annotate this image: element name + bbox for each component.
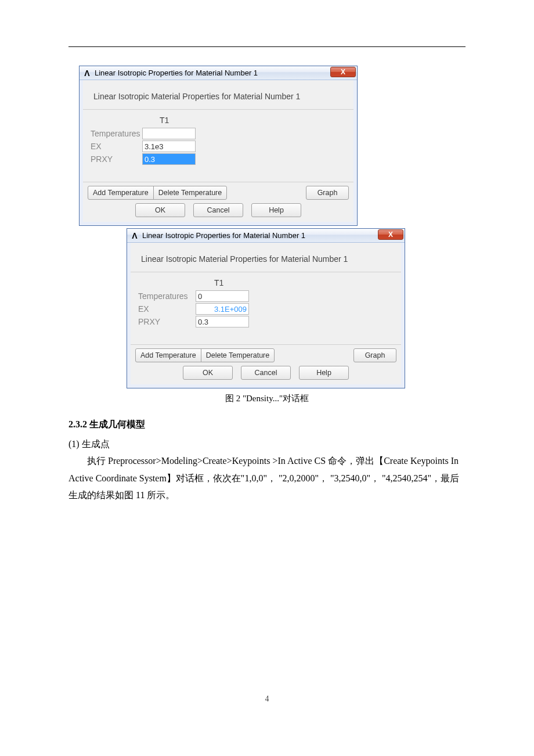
ok-button[interactable]: OK [183, 366, 233, 380]
close-button[interactable]: X [378, 229, 403, 240]
section-paragraph: 执行 Preprocessor>Modeling>Create>Keypoint… [68, 452, 466, 504]
input-temperatures[interactable] [142, 128, 196, 139]
titlebar: Λ Linear Isotropic Properties for Materi… [80, 66, 357, 80]
input-temperatures[interactable]: 0 [196, 290, 249, 302]
dialog-header: Linear Isotropic Material Properties for… [83, 80, 353, 109]
row-temperatures: Temperatures 0 [138, 290, 394, 303]
input-prxy[interactable]: 0.3 [142, 153, 196, 165]
figure-caption: 图 2 "Density..."对话框 [68, 393, 466, 404]
close-button[interactable]: X [330, 67, 356, 77]
row-temperatures: Temperatures [90, 127, 347, 140]
help-button[interactable]: Help [251, 203, 301, 217]
app-icon: Λ [83, 69, 91, 77]
row-prxy: PRXY 0.3 [138, 315, 394, 328]
label-ex: EX [138, 304, 196, 314]
column-header: T1 [90, 114, 347, 127]
add-temperature-button[interactable]: Add Temperature [88, 186, 154, 200]
graph-button[interactable]: Graph [353, 348, 396, 362]
label-temperatures: Temperatures [138, 291, 196, 301]
cancel-button[interactable]: Cancel [241, 366, 291, 380]
window-title: Linear Isotropic Properties for Material… [95, 69, 258, 77]
data-grid: T1 Temperatures 0 EX 3.1E+009 PRXY 0.3 [131, 272, 401, 345]
column-header: T1 [138, 277, 394, 290]
material-dialog-1: Λ Linear Isotropic Properties for Materi… [79, 66, 358, 226]
add-temperature-button[interactable]: Add Temperature [135, 348, 201, 362]
graph-button[interactable]: Graph [306, 186, 349, 200]
data-grid: T1 Temperatures EX 3.1e3 PRXY 0.3 [83, 109, 353, 182]
titlebar: Λ Linear Isotropic Properties for Materi… [127, 229, 405, 243]
label-prxy: PRXY [138, 317, 196, 326]
row-ex: EX 3.1E+009 [138, 303, 394, 315]
delete-temperature-button[interactable]: Delete Temperature [201, 348, 275, 362]
label-prxy: PRXY [90, 154, 142, 164]
delete-temperature-button[interactable]: Delete Temperature [153, 186, 228, 200]
label-temperatures: Temperatures [90, 129, 142, 138]
page-number: 4 [0, 694, 534, 704]
row-prxy: PRXY 0.3 [90, 153, 347, 165]
section-item-1: (1) 生成点 [68, 435, 466, 453]
help-button[interactable]: Help [299, 366, 349, 380]
row-ex: EX 3.1e3 [90, 140, 347, 153]
input-ex[interactable]: 3.1E+009 [196, 303, 249, 315]
close-icon: X [341, 68, 345, 76]
label-ex: EX [90, 142, 142, 151]
cancel-button[interactable]: Cancel [193, 203, 243, 217]
dialog-header: Linear Isotropic Material Properties for… [131, 243, 401, 272]
input-ex[interactable]: 3.1e3 [142, 141, 196, 152]
input-prxy[interactable]: 0.3 [196, 316, 249, 327]
ok-button[interactable]: OK [135, 203, 185, 217]
app-icon: Λ [131, 232, 139, 240]
material-dialog-2: Λ Linear Isotropic Properties for Materi… [127, 228, 405, 388]
section-heading: 2.3.2 生成几何模型 [68, 416, 466, 433]
window-title: Linear Isotropic Properties for Material… [142, 231, 305, 240]
close-icon: X [388, 231, 393, 239]
top-rule [68, 46, 466, 47]
